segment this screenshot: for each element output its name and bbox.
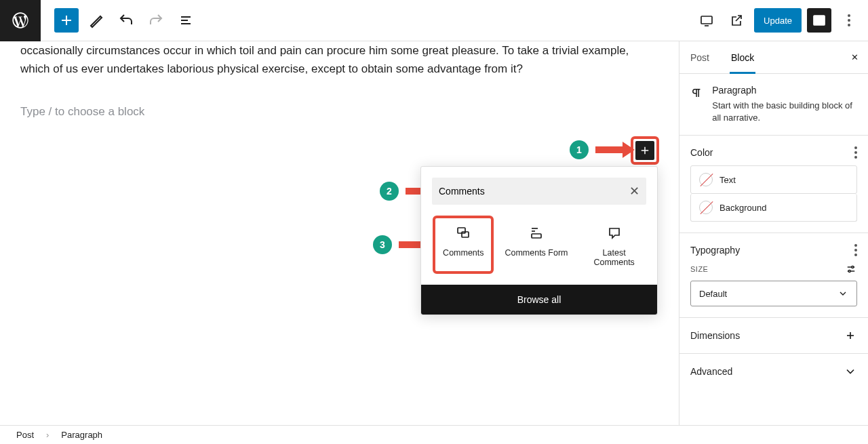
tab-block[interactable]: Block — [720, 41, 765, 73]
update-button[interactable]: Update — [754, 8, 802, 33]
close-sidebar-icon[interactable]: ✕ — [842, 52, 868, 62]
typography-options-icon[interactable] — [854, 244, 857, 256]
empty-swatch-icon — [699, 201, 713, 214]
block-option-label: Comments — [443, 248, 484, 258]
options-button[interactable] — [837, 8, 861, 33]
inserter-search-input[interactable] — [439, 186, 629, 197]
toggle-inserter-button[interactable] — [54, 8, 79, 33]
inserter-search-row: ✕ — [432, 178, 646, 205]
view-button[interactable] — [694, 8, 719, 33]
add-block-button[interactable] — [635, 141, 654, 160]
topbar: Update — [0, 0, 868, 41]
topbar-left-tools — [41, 8, 198, 33]
external-link-button[interactable] — [724, 8, 749, 33]
color-panel-heading: Color — [690, 147, 713, 158]
tab-post[interactable]: Post — [679, 41, 720, 73]
paragraph-block[interactable]: occasionally circumstances occur in whic… — [20, 41, 631, 78]
empty-swatch-icon — [699, 173, 713, 186]
block-option-comments-form[interactable]: Comments Form — [501, 216, 572, 274]
annotation-badge-3: 3 — [373, 235, 392, 254]
size-label: SIZE — [690, 265, 708, 273]
size-settings-icon[interactable] — [845, 263, 857, 275]
background-color-row[interactable]: Background — [690, 194, 857, 222]
annotation-highlight-1 — [631, 136, 659, 165]
chevron-down-icon — [837, 288, 848, 299]
breadcrumb: Post › Paragraph — [0, 425, 868, 444]
font-size-value: Default — [699, 289, 727, 299]
svg-rect-7 — [814, 16, 825, 25]
wordpress-logo[interactable] — [0, 0, 41, 41]
advanced-heading: Advanced — [690, 366, 732, 377]
background-color-label: Background — [719, 203, 766, 213]
block-option-label: Latest Comments — [582, 248, 647, 267]
editor-canvas[interactable]: occasionally circumstances occur in whic… — [0, 41, 679, 425]
text-color-label: Text — [719, 175, 736, 185]
document-overview-button[interactable] — [174, 8, 198, 33]
breadcrumb-paragraph[interactable]: Paragraph — [61, 430, 102, 440]
block-option-comments[interactable]: Comments — [433, 216, 494, 274]
typography-panel-heading: Typography — [690, 245, 740, 256]
svg-point-17 — [852, 266, 854, 268]
svg-rect-5 — [701, 16, 712, 24]
browse-all-button[interactable]: Browse all — [421, 285, 657, 315]
breadcrumb-post[interactable]: Post — [16, 430, 34, 440]
redo-button[interactable] — [144, 8, 168, 33]
advanced-panel[interactable]: Advanced — [679, 354, 868, 389]
block-appender-placeholder[interactable]: Type / to choose a block — [20, 105, 144, 119]
clear-search-icon[interactable]: ✕ — [629, 184, 639, 199]
block-option-latest-comments[interactable]: Latest Comments — [579, 216, 650, 274]
block-title: Paragraph — [712, 85, 857, 96]
quick-inserter-popover: ✕ Comments Comments Form Latest Comments… — [420, 166, 658, 315]
tools-button[interactable] — [84, 8, 108, 33]
dimensions-panel[interactable]: Dimensions — [679, 318, 868, 354]
undo-button[interactable] — [114, 8, 138, 33]
font-size-select[interactable]: Default — [690, 281, 857, 306]
text-color-row[interactable]: Text — [690, 165, 857, 194]
annotation-1: 1 — [570, 140, 635, 159]
settings-sidebar: Post Block ✕ Paragraph Start with the ba… — [679, 41, 868, 425]
annotation-badge-2: 2 — [380, 182, 399, 201]
breadcrumb-separator-icon: › — [46, 430, 49, 440]
block-option-label: Comments Form — [505, 248, 568, 258]
svg-rect-15 — [532, 234, 541, 238]
plus-icon — [844, 329, 857, 342]
dimensions-heading: Dimensions — [690, 330, 740, 341]
color-options-icon[interactable] — [854, 146, 857, 159]
annotation-badge-1: 1 — [570, 140, 589, 159]
paragraph-icon — [690, 85, 703, 101]
topbar-right-tools: Update — [694, 8, 868, 33]
sidebar-toggle-button[interactable] — [807, 8, 831, 33]
block-description: Start with the basic building block of a… — [712, 100, 857, 124]
svg-point-19 — [848, 270, 850, 273]
chevron-down-icon — [844, 365, 857, 378]
